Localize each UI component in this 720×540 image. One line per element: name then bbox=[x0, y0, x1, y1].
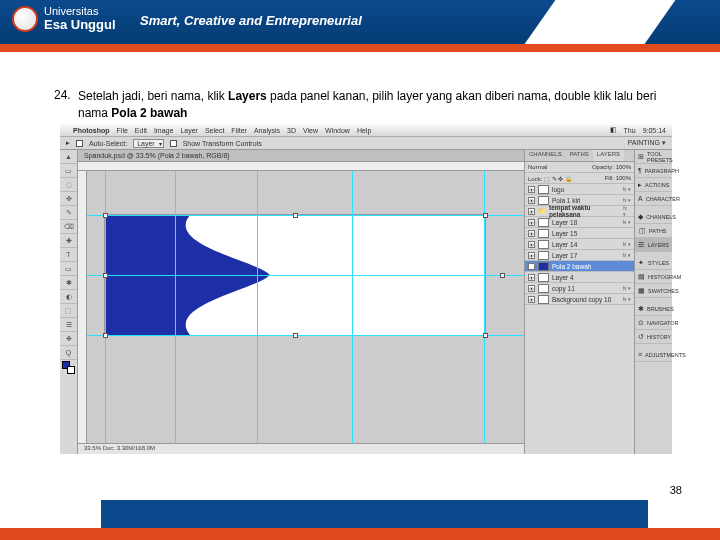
app-name[interactable]: Photoshop bbox=[73, 127, 110, 134]
panel-history[interactable]: ↺HISTORY bbox=[635, 330, 672, 344]
slide-header: Universitas Esa Unggul Smart, Creative a… bbox=[0, 0, 720, 44]
layers-panel: CHANNELS PATHS LAYERS Normal Opacity: 10… bbox=[524, 150, 634, 454]
tool-gradient[interactable]: ⬚ bbox=[60, 304, 77, 318]
layer-row[interactable]: 👁Layer 14fx ▾ bbox=[525, 239, 634, 250]
brand-logo: Universitas Esa Unggul bbox=[12, 6, 116, 32]
visibility-icon[interactable]: 👁 bbox=[528, 296, 535, 303]
menu-image[interactable]: Image bbox=[154, 127, 173, 134]
tool-shape[interactable]: ▭ bbox=[60, 262, 77, 276]
tool-zoom[interactable]: ✥ bbox=[60, 332, 77, 346]
visibility-icon[interactable]: 👁 bbox=[528, 241, 535, 248]
layer-row[interactable]: 👁📁tempat waktu pelaksanafx ▾ bbox=[525, 206, 634, 217]
auto-select-dropdown[interactable]: Layer bbox=[133, 139, 164, 148]
panel-channels[interactable]: ◆CHANNELS bbox=[635, 210, 672, 224]
menubar-time: 9:05:14 bbox=[643, 127, 666, 134]
visibility-icon[interactable]: 👁 bbox=[528, 274, 535, 281]
visibility-icon[interactable]: 👁 bbox=[528, 208, 535, 215]
tool-pen[interactable]: ✱ bbox=[60, 276, 77, 290]
tab-layers[interactable]: LAYERS bbox=[593, 150, 624, 161]
page-number: 38 bbox=[670, 484, 682, 496]
tool-quickmask[interactable]: Q bbox=[60, 346, 77, 360]
layer-row[interactable]: 👁Layer 17fx ▾ bbox=[525, 250, 634, 261]
panel-swatches[interactable]: ▦SWATCHES bbox=[635, 284, 672, 298]
menu-file[interactable]: File bbox=[117, 127, 128, 134]
photoshop-screenshot: Photoshop File Edit Image Layer Select F… bbox=[60, 124, 672, 454]
blend-mode-dropdown[interactable]: Normal bbox=[528, 164, 547, 170]
tool-eraser[interactable]: ⌫ bbox=[60, 220, 77, 234]
color-swatches[interactable] bbox=[60, 360, 77, 378]
mac-menubar: Photoshop File Edit Image Layer Select F… bbox=[60, 124, 672, 137]
ruler-horizontal bbox=[78, 162, 524, 171]
tool-hand[interactable]: ☰ bbox=[60, 318, 77, 332]
ruler-vertical bbox=[78, 171, 87, 443]
tool-dodge[interactable]: ◐ bbox=[60, 290, 77, 304]
step-number: 24. bbox=[54, 88, 71, 102]
background-color[interactable] bbox=[67, 366, 75, 374]
visibility-icon[interactable]: 👁 bbox=[528, 252, 535, 259]
fill-value[interactable]: 100% bbox=[616, 175, 631, 181]
folder-icon: 📁 bbox=[538, 207, 546, 215]
tool-type[interactable]: T bbox=[60, 248, 77, 262]
tool-lasso[interactable]: ◌ bbox=[60, 178, 77, 192]
panel-tool-presets[interactable]: ⊞TOOL PRESETS bbox=[635, 150, 672, 164]
show-transform-label: Show Transform Controls bbox=[183, 140, 262, 147]
menu-help[interactable]: Help bbox=[357, 127, 371, 134]
panel-styles[interactable]: ✦STYLES bbox=[635, 256, 672, 270]
opacity-value[interactable]: 100% bbox=[616, 164, 631, 170]
tool-heal[interactable]: ✚ bbox=[60, 234, 77, 248]
options-bar: ▸ Auto-Select: Layer Show Transform Cont… bbox=[60, 137, 672, 150]
tool-move[interactable]: ▲ bbox=[60, 150, 77, 164]
menu-analysis[interactable]: Analysis bbox=[254, 127, 280, 134]
panel-brushes[interactable]: ✱BRUSHES bbox=[635, 302, 672, 316]
menu-window[interactable]: Window bbox=[325, 127, 350, 134]
logo-mark bbox=[12, 6, 38, 32]
auto-select-label: Auto-Select: bbox=[89, 140, 127, 147]
tool-palette: ▲ ▭ ◌ ✜ ✎ ⌫ ✚ T ▭ ✱ ◐ ⬚ ☰ ✥ Q bbox=[60, 150, 78, 454]
panel-adjustments[interactable]: ≡ADJUSTMENTS bbox=[635, 348, 672, 362]
tool-marquee[interactable]: ▭ bbox=[60, 164, 77, 178]
visibility-icon[interactable]: 👁 bbox=[528, 263, 535, 270]
visibility-icon[interactable]: 👁 bbox=[528, 219, 535, 226]
menu-layer[interactable]: Layer bbox=[180, 127, 198, 134]
panel-paragraph[interactable]: ¶PARAGRAPH bbox=[635, 164, 672, 178]
layer-row[interactable]: 👁copy 11fx ▾ bbox=[525, 283, 634, 294]
menu-view[interactable]: View bbox=[303, 127, 318, 134]
visibility-icon[interactable]: 👁 bbox=[528, 285, 535, 292]
show-transform-checkbox[interactable] bbox=[170, 140, 177, 147]
transform-handle[interactable] bbox=[500, 273, 505, 278]
visibility-icon[interactable]: 👁 bbox=[528, 186, 535, 193]
tagline: Smart, Creative and Entrepreneurial bbox=[140, 13, 362, 28]
workspace-switcher[interactable]: PAINTING ▾ bbox=[628, 139, 666, 147]
document-tab[interactable]: Spanduk.psd @ 33.5% (Pola 2 bawah, RGB/8… bbox=[78, 150, 524, 162]
panel-layers[interactable]: ☰LAYERS bbox=[635, 238, 672, 252]
menu-edit[interactable]: Edit bbox=[135, 127, 147, 134]
tab-paths[interactable]: PATHS bbox=[566, 150, 593, 161]
panel-paths[interactable]: ◫PATHS bbox=[635, 224, 672, 238]
panel-actions[interactable]: ▸ACTIONS bbox=[635, 178, 672, 192]
layer-row-selected[interactable]: 👁Pola 2 bawah bbox=[525, 261, 634, 272]
tool-brush[interactable]: ✎ bbox=[60, 206, 77, 220]
layer-row[interactable]: 👁logofx ▾ bbox=[525, 184, 634, 195]
panel-navigator[interactable]: ⊙NAVIGATOR bbox=[635, 316, 672, 330]
move-tool-icon: ▸ bbox=[66, 139, 70, 147]
brand-name: Esa Unggul bbox=[44, 18, 116, 32]
canvas-area[interactable] bbox=[87, 171, 524, 443]
tab-channels[interactable]: CHANNELS bbox=[525, 150, 566, 161]
visibility-icon[interactable]: 👁 bbox=[528, 197, 535, 204]
tool-crop[interactable]: ✜ bbox=[60, 192, 77, 206]
layer-row[interactable]: 👁Layer 18fx ▾ bbox=[525, 217, 634, 228]
layer-row[interactable]: 👁Layer 4 bbox=[525, 272, 634, 283]
menubar-day: Thu bbox=[624, 127, 636, 134]
step-text: Setelah jadi, beri nama, klik Layers pad… bbox=[78, 88, 658, 123]
layer-row[interactable]: 👁Layer 15 bbox=[525, 228, 634, 239]
auto-select-checkbox[interactable] bbox=[76, 140, 83, 147]
panel-character[interactable]: ACHARACTER bbox=[635, 192, 672, 206]
menu-3d[interactable]: 3D bbox=[287, 127, 296, 134]
visibility-icon[interactable]: 👁 bbox=[528, 230, 535, 237]
panel-histogram[interactable]: ▤HISTOGRAM bbox=[635, 270, 672, 284]
menu-filter[interactable]: Filter bbox=[231, 127, 247, 134]
collapsed-panel-strip: ⊞TOOL PRESETS ¶PARAGRAPH ▸ACTIONS ACHARA… bbox=[634, 150, 672, 454]
layer-row[interactable]: 👁Background copy 10fx ▾ bbox=[525, 294, 634, 305]
menu-select[interactable]: Select bbox=[205, 127, 224, 134]
status-bar: 33.5% Doc: 3.30M/168.0M bbox=[78, 443, 524, 454]
